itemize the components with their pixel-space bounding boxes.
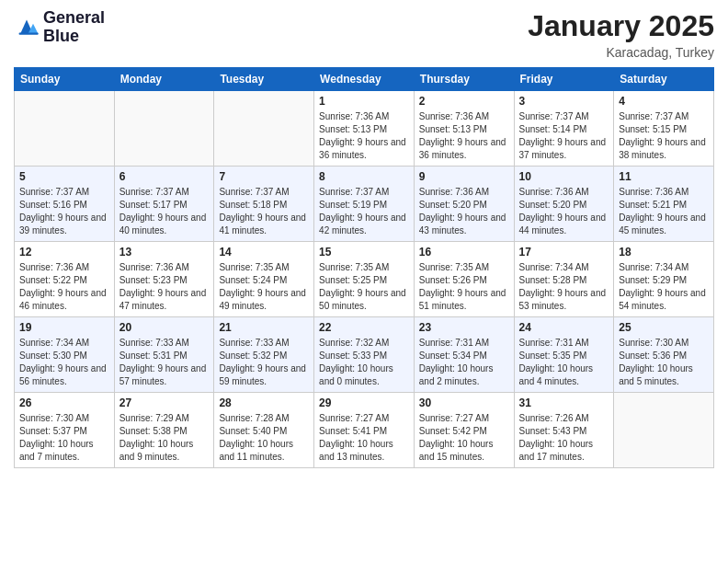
day-info: Sunrise: 7:26 AM Sunset: 5:43 PM Dayligh…	[519, 412, 609, 464]
calendar-cell: 12Sunrise: 7:36 AM Sunset: 5:22 PM Dayli…	[15, 242, 115, 317]
calendar-cell: 15Sunrise: 7:35 AM Sunset: 5:25 PM Dayli…	[314, 242, 415, 317]
day-info: Sunrise: 7:35 AM Sunset: 5:26 PM Dayligh…	[419, 261, 509, 313]
day-info: Sunrise: 7:37 AM Sunset: 5:19 PM Dayligh…	[319, 186, 409, 237]
day-info: Sunrise: 7:37 AM Sunset: 5:18 PM Dayligh…	[219, 186, 309, 237]
day-info: Sunrise: 7:37 AM Sunset: 5:17 PM Dayligh…	[119, 186, 210, 237]
calendar-header: Sunday Monday Tuesday Wednesday Thursday…	[15, 68, 714, 91]
day-number: 25	[619, 321, 709, 334]
header-row: Sunday Monday Tuesday Wednesday Thursday…	[15, 68, 714, 91]
title-block: January 2025 Karacadag, Turkey	[528, 9, 714, 60]
day-number: 14	[219, 246, 309, 259]
day-info: Sunrise: 7:36 AM Sunset: 5:22 PM Dayligh…	[19, 261, 109, 313]
calendar-page: General Blue January 2025 Karacadag, Tur…	[0, 0, 728, 563]
header-sunday: Sunday	[15, 68, 115, 91]
calendar-cell: 29Sunrise: 7:27 AM Sunset: 5:41 PM Dayli…	[314, 393, 415, 468]
day-number: 27	[119, 396, 210, 409]
calendar-body: 1Sunrise: 7:36 AM Sunset: 5:13 PM Daylig…	[15, 91, 714, 468]
calendar-cell: 13Sunrise: 7:36 AM Sunset: 5:23 PM Dayli…	[114, 242, 214, 317]
calendar-cell: 28Sunrise: 7:28 AM Sunset: 5:40 PM Dayli…	[214, 393, 314, 468]
header-thursday: Thursday	[414, 68, 514, 91]
calendar-cell: 11Sunrise: 7:36 AM Sunset: 5:21 PM Dayli…	[614, 167, 714, 242]
calendar-cell	[15, 91, 115, 167]
day-info: Sunrise: 7:27 AM Sunset: 5:42 PM Dayligh…	[419, 412, 509, 464]
calendar-cell: 18Sunrise: 7:34 AM Sunset: 5:29 PM Dayli…	[614, 242, 714, 317]
calendar-cell: 20Sunrise: 7:33 AM Sunset: 5:31 PM Dayli…	[114, 317, 214, 393]
day-number: 17	[519, 246, 609, 259]
calendar-cell: 3Sunrise: 7:37 AM Sunset: 5:14 PM Daylig…	[514, 91, 614, 167]
day-info: Sunrise: 7:28 AM Sunset: 5:40 PM Dayligh…	[219, 412, 309, 464]
day-number: 4	[619, 95, 709, 108]
day-info: Sunrise: 7:27 AM Sunset: 5:41 PM Dayligh…	[319, 412, 409, 464]
calendar-cell: 2Sunrise: 7:36 AM Sunset: 5:13 PM Daylig…	[414, 91, 514, 167]
header-friday: Friday	[514, 68, 614, 91]
day-info: Sunrise: 7:34 AM Sunset: 5:30 PM Dayligh…	[19, 337, 109, 388]
calendar-week-1: 1Sunrise: 7:36 AM Sunset: 5:13 PM Daylig…	[15, 91, 714, 167]
day-number: 8	[319, 170, 409, 183]
day-info: Sunrise: 7:36 AM Sunset: 5:13 PM Dayligh…	[319, 110, 409, 162]
calendar-cell: 27Sunrise: 7:29 AM Sunset: 5:38 PM Dayli…	[114, 393, 214, 468]
calendar-cell	[614, 393, 714, 468]
day-info: Sunrise: 7:33 AM Sunset: 5:32 PM Dayligh…	[219, 337, 309, 388]
day-number: 29	[319, 396, 409, 409]
calendar-week-4: 19Sunrise: 7:34 AM Sunset: 5:30 PM Dayli…	[15, 317, 714, 393]
calendar-cell	[214, 91, 314, 167]
page-subtitle: Karacadag, Turkey	[528, 45, 714, 60]
calendar-cell: 19Sunrise: 7:34 AM Sunset: 5:30 PM Dayli…	[15, 317, 115, 393]
page-title: January 2025	[528, 9, 714, 43]
calendar-week-3: 12Sunrise: 7:36 AM Sunset: 5:22 PM Dayli…	[15, 242, 714, 317]
calendar-cell: 17Sunrise: 7:34 AM Sunset: 5:28 PM Dayli…	[514, 242, 614, 317]
calendar-cell: 5Sunrise: 7:37 AM Sunset: 5:16 PM Daylig…	[15, 167, 115, 242]
day-info: Sunrise: 7:36 AM Sunset: 5:13 PM Dayligh…	[419, 110, 509, 162]
day-info: Sunrise: 7:31 AM Sunset: 5:34 PM Dayligh…	[419, 337, 509, 388]
calendar-table: Sunday Monday Tuesday Wednesday Thursday…	[14, 67, 714, 468]
day-info: Sunrise: 7:36 AM Sunset: 5:23 PM Dayligh…	[119, 261, 210, 313]
calendar-cell: 4Sunrise: 7:37 AM Sunset: 5:15 PM Daylig…	[614, 91, 714, 167]
day-number: 10	[519, 170, 609, 183]
day-number: 2	[419, 95, 509, 108]
day-info: Sunrise: 7:36 AM Sunset: 5:21 PM Dayligh…	[619, 186, 709, 237]
header-monday: Monday	[114, 68, 214, 91]
calendar-cell: 30Sunrise: 7:27 AM Sunset: 5:42 PM Dayli…	[414, 393, 514, 468]
day-number: 16	[419, 246, 509, 259]
logo: General Blue	[14, 9, 105, 46]
header-tuesday: Tuesday	[214, 68, 314, 91]
day-number: 3	[519, 95, 609, 108]
page-header: General Blue January 2025 Karacadag, Tur…	[14, 9, 714, 60]
logo-text-general: General	[43, 9, 105, 28]
day-number: 19	[19, 321, 109, 334]
calendar-cell: 9Sunrise: 7:36 AM Sunset: 5:20 PM Daylig…	[414, 167, 514, 242]
day-info: Sunrise: 7:33 AM Sunset: 5:31 PM Dayligh…	[119, 337, 210, 388]
day-info: Sunrise: 7:35 AM Sunset: 5:24 PM Dayligh…	[219, 261, 309, 313]
day-number: 5	[19, 170, 109, 183]
svg-rect-2	[19, 32, 39, 34]
day-info: Sunrise: 7:34 AM Sunset: 5:28 PM Dayligh…	[519, 261, 609, 313]
day-info: Sunrise: 7:37 AM Sunset: 5:15 PM Dayligh…	[619, 110, 709, 162]
day-number: 30	[419, 396, 509, 409]
logo-text-blue: Blue	[43, 28, 105, 46]
day-info: Sunrise: 7:37 AM Sunset: 5:16 PM Dayligh…	[19, 186, 109, 237]
logo-icon	[14, 15, 40, 40]
header-saturday: Saturday	[614, 68, 714, 91]
day-info: Sunrise: 7:36 AM Sunset: 5:20 PM Dayligh…	[419, 186, 509, 237]
day-number: 22	[319, 321, 409, 334]
day-number: 18	[619, 246, 709, 259]
day-number: 23	[419, 321, 509, 334]
calendar-cell	[114, 91, 214, 167]
day-info: Sunrise: 7:30 AM Sunset: 5:37 PM Dayligh…	[19, 412, 109, 464]
day-number: 15	[319, 246, 409, 259]
day-info: Sunrise: 7:31 AM Sunset: 5:35 PM Dayligh…	[519, 337, 609, 388]
day-number: 21	[219, 321, 309, 334]
day-number: 1	[319, 95, 409, 108]
day-info: Sunrise: 7:37 AM Sunset: 5:14 PM Dayligh…	[519, 110, 609, 162]
calendar-cell: 23Sunrise: 7:31 AM Sunset: 5:34 PM Dayli…	[414, 317, 514, 393]
day-info: Sunrise: 7:35 AM Sunset: 5:25 PM Dayligh…	[319, 261, 409, 313]
calendar-cell: 8Sunrise: 7:37 AM Sunset: 5:19 PM Daylig…	[314, 167, 415, 242]
calendar-cell: 7Sunrise: 7:37 AM Sunset: 5:18 PM Daylig…	[214, 167, 314, 242]
day-info: Sunrise: 7:34 AM Sunset: 5:29 PM Dayligh…	[619, 261, 709, 313]
day-number: 9	[419, 170, 509, 183]
calendar-cell: 22Sunrise: 7:32 AM Sunset: 5:33 PM Dayli…	[314, 317, 415, 393]
calendar-cell: 10Sunrise: 7:36 AM Sunset: 5:20 PM Dayli…	[514, 167, 614, 242]
calendar-cell: 14Sunrise: 7:35 AM Sunset: 5:24 PM Dayli…	[214, 242, 314, 317]
day-info: Sunrise: 7:36 AM Sunset: 5:20 PM Dayligh…	[519, 186, 609, 237]
day-number: 28	[219, 396, 309, 409]
